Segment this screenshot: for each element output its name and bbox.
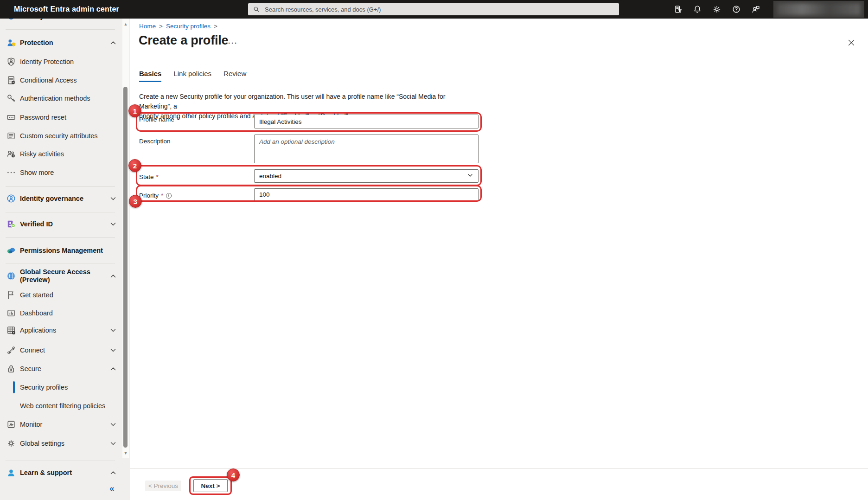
sidebar-item-global-settings[interactable]: Global settings [0, 434, 121, 453]
sidebar-item-authentication-methods[interactable]: Authentication methods [0, 89, 121, 108]
global-settings-icon [6, 438, 16, 449]
sidebar-item-learn-support[interactable]: Learn & support [0, 463, 121, 482]
sidebar-item-show-more[interactable]: Show more [0, 163, 121, 182]
monitor-icon [6, 419, 16, 429]
sidebar-item-permissions-management[interactable]: Permissions Management [0, 241, 121, 260]
sidebar-item-applications[interactable]: Applications [0, 321, 121, 340]
sidebar-item-risky-activities[interactable]: Risky activities [0, 145, 121, 163]
search-input[interactable] [264, 6, 619, 13]
help-icon[interactable] [732, 5, 741, 14]
sidebar-item-conditional-access[interactable]: Conditional Access [0, 71, 121, 90]
notifications-icon[interactable] [693, 5, 702, 14]
custom-security-attributes-icon [6, 131, 16, 141]
sidebar-item-get-started[interactable]: Get started [0, 286, 121, 304]
tab-review[interactable]: Review [223, 70, 246, 82]
sidebar-item-security-profiles[interactable]: Security profiles [0, 378, 121, 397]
profile-name-input[interactable] [254, 115, 479, 128]
sidebar-item-label: Identity Protection [20, 58, 74, 65]
sidebar-item-label: Applications [20, 327, 56, 334]
tab-link-policies[interactable]: Link policies [173, 70, 211, 82]
sidebar-divider [6, 263, 115, 263]
state-dropdown[interactable]: enabled [254, 169, 479, 183]
secure-icon [6, 364, 16, 374]
sidebar-item-identity-governance[interactable]: Identity governance [0, 189, 121, 208]
sidebar-item-label: Learn & support [20, 469, 72, 476]
sidebar-item-monitor[interactable]: Monitor [0, 415, 121, 434]
more-options-button[interactable]: ··· [228, 39, 238, 47]
sidebar-item-custom-security-attributes[interactable]: Custom security attributes [0, 127, 121, 145]
breadcrumb-link-home[interactable]: Home [139, 23, 156, 30]
dashboard-icon [6, 308, 16, 318]
sidebar-item-dashboard[interactable]: Dashboard [0, 304, 121, 322]
sidebar-item-label: Custom security attributes [20, 132, 98, 140]
sidebar-item-label: Conditional Access [20, 77, 77, 84]
scroll-down-arrow-icon[interactable]: ▼ [123, 450, 128, 456]
settings-icon[interactable] [712, 5, 721, 14]
sidebar-item-web-content-filtering-policies[interactable]: Web content filtering policies [0, 397, 121, 415]
applications-icon [6, 325, 16, 335]
sidebar-collapse-button[interactable]: « [109, 483, 115, 494]
sidebar-item-verified-id[interactable]: Verified ID [0, 215, 121, 233]
info-icon[interactable] [166, 192, 172, 199]
topbar: Microsoft Entra admin center [0, 0, 868, 19]
profile-name-label: Profile name* [139, 116, 179, 123]
tab-basics[interactable]: Basics [139, 70, 161, 82]
global-secure-access-icon [6, 271, 16, 281]
breadcrumb-link-security-profiles[interactable]: Security profiles [166, 23, 211, 30]
scroll-up-arrow-icon[interactable]: ▲ [123, 21, 128, 27]
sidebar-item-global-secure-access[interactable]: Global Secure Access (Preview) [0, 267, 121, 285]
sidebar-item-label: Show more [20, 169, 54, 176]
chevron-down-icon [467, 172, 473, 180]
sidebar-item-label: Global settings [20, 440, 64, 447]
sidebar-item-secure[interactable]: Secure [0, 359, 121, 378]
sidebar-item-label: Get started [20, 291, 53, 299]
tab-bar: Basics Link policies Review [139, 70, 246, 82]
page-title: Create a profile [139, 33, 228, 48]
sidebar-item-label: Identity governance [20, 195, 83, 202]
sidebar-divider [6, 237, 115, 238]
sidebar-item-connect[interactable]: Connect [0, 341, 121, 359]
connect-icon [6, 345, 16, 355]
sidebar-divider [6, 186, 115, 187]
identity-governance-icon [6, 193, 16, 204]
sidebar-item-label: Protection [20, 39, 53, 46]
chevron-down-icon [109, 346, 117, 354]
entra-admin-screen: IdentityProtectionIdentity ProtectionCon… [0, 0, 868, 500]
sidebar-item-protection[interactable]: Protection [0, 33, 121, 52]
topbar-icons [673, 0, 760, 19]
description-input[interactable] [254, 135, 479, 163]
chevron-up-icon [109, 39, 117, 46]
account-menu[interactable] [773, 1, 864, 18]
protection-icon [6, 38, 16, 48]
sidebar-item-label: Secure [20, 365, 41, 372]
next-button[interactable]: Next > [193, 479, 228, 492]
sidebar-item-identity-protection[interactable]: Identity Protection [0, 52, 121, 71]
conditional-access-icon [6, 75, 16, 85]
get-started-icon [6, 290, 16, 300]
search-icon [253, 6, 260, 13]
previous-button[interactable]: < Previous [145, 481, 181, 491]
priority-input[interactable] [254, 188, 479, 201]
app-title: Microsoft Entra admin center [14, 0, 119, 19]
sidebar-item-label: Monitor [20, 421, 42, 428]
sidebar-item-password-reset[interactable]: Password reset [0, 108, 121, 127]
sidebar: IdentityProtectionIdentity ProtectionCon… [0, 19, 130, 500]
sidebar-item-label: Global Secure Access (Preview) [20, 268, 94, 284]
chevron-up-icon [109, 272, 117, 280]
breadcrumb-separator: > [159, 23, 163, 30]
sidebar-item-label: Risky activities [20, 150, 64, 158]
sidebar-divider [6, 461, 115, 461]
chevron-up-icon [109, 365, 117, 372]
description-label: Description [139, 138, 171, 145]
feedback-icon[interactable] [751, 5, 760, 14]
directory-filter-icon[interactable] [673, 5, 683, 14]
chevron-down-icon [109, 327, 117, 334]
close-icon[interactable] [847, 38, 855, 47]
sidebar-item-label: Password reset [20, 114, 66, 121]
selected-indicator [13, 381, 15, 393]
learn-support-icon [6, 468, 16, 478]
sidebar-scrollbar-thumb[interactable] [123, 87, 128, 448]
sidebar-divider [6, 212, 115, 212]
chevron-down-icon [109, 195, 117, 202]
permissions-management-icon [6, 245, 16, 256]
